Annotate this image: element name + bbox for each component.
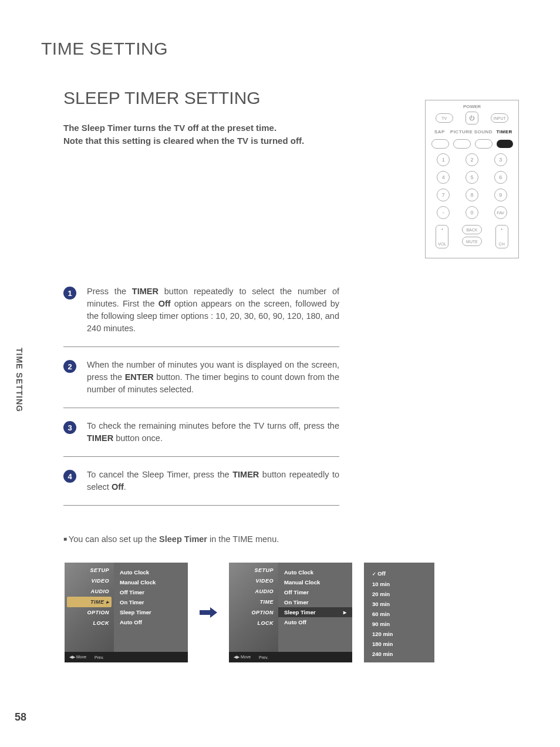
option-item: 120 min	[372, 629, 426, 639]
osd-side-item: LOCK	[67, 618, 112, 628]
osd-main-item: Manual Clock	[284, 577, 346, 587]
digit-9: 9	[494, 189, 507, 201]
bullet-icon: ■	[63, 536, 69, 542]
sap-button	[431, 139, 449, 149]
osd-main-item: Auto Off	[120, 617, 182, 627]
digit-dash: -	[437, 206, 450, 219]
osd-side-item: OPTION	[67, 607, 112, 618]
page-title: TIME SETTING	[41, 39, 168, 59]
osd-menu-2: SETUP VIDEO AUDIO TIME OPTION LOCK Auto …	[229, 563, 352, 662]
back-button: BACK	[462, 225, 482, 234]
step-text: Press the TIMER button repeatedly to sel…	[87, 285, 339, 335]
option-off: Off	[372, 568, 426, 579]
osd-side-item: TIME	[231, 597, 276, 607]
input-button: INPUT	[491, 113, 508, 123]
picture-label: PICTURE	[450, 129, 473, 134]
osd-footer: ◀▶ Move Prev.	[65, 652, 188, 662]
option-item: 60 min	[372, 609, 426, 619]
sound-label: SOUND	[473, 129, 494, 134]
sap-label: SAP	[429, 129, 450, 134]
vol-label: VOL	[438, 242, 446, 246]
osd-main-panel: Auto Clock Manual Clock Off Timer On Tim…	[278, 563, 352, 652]
remote-illustration: POWER TV ⏻ INPUT SAP PICTURE SOUND TIMER…	[425, 100, 519, 258]
svg-marker-0	[200, 607, 217, 618]
option-item: 30 min	[372, 599, 426, 609]
osd-side-item: AUDIO	[67, 586, 112, 597]
option-item: 10 min	[372, 579, 426, 589]
option-item: 240 min	[372, 649, 426, 659]
timer-label: TIMER	[494, 129, 515, 134]
digit-7: 7	[437, 189, 450, 201]
osd-main-item: Auto Clock	[120, 567, 182, 577]
plus-icon: +	[441, 227, 443, 231]
osd-main-item: Manual Clock	[120, 577, 182, 587]
tv-button: TV	[436, 113, 453, 123]
steps-list: 1 Press the TIMER button repeatedly to s…	[63, 277, 339, 509]
step-4: 4 To cancel the Sleep Timer, press the T…	[63, 460, 339, 502]
divider	[63, 456, 339, 457]
arrow-right-icon	[200, 607, 217, 618]
intro-line-2: Note that this setting is cleared when t…	[63, 134, 304, 147]
osd-menu-1: SETUP VIDEO AUDIO TIME ▸ OPTION LOCK Aut…	[65, 563, 188, 662]
intro-text: The Sleep Timer turns the TV off at the …	[63, 122, 304, 147]
osd-main-item: Off Timer	[284, 587, 346, 597]
fav-button: FAV	[494, 206, 507, 219]
osd-main-item: Auto Off	[284, 617, 346, 627]
digit-1: 1	[437, 153, 450, 166]
step-badge: 4	[63, 470, 76, 483]
osd-sidebar: SETUP VIDEO AUDIO TIME OPTION LOCK	[229, 563, 278, 652]
digit-8: 8	[465, 189, 478, 201]
osd-main-item-selected: Sleep Timer▸	[278, 607, 352, 617]
osd-main-item: Auto Clock	[284, 567, 346, 577]
page-number: 58	[15, 711, 26, 724]
digit-5: 5	[465, 171, 478, 184]
osd-sidebar: SETUP VIDEO AUDIO TIME ▸ OPTION LOCK	[65, 563, 114, 652]
digit-6: 6	[494, 171, 507, 184]
osd-side-item: LOCK	[231, 618, 276, 628]
osd-side-item: SETUP	[67, 565, 112, 576]
note-text: ■ You can also set up the Sleep Timer in…	[63, 534, 279, 544]
side-tab-label: TIME SETTING	[15, 348, 24, 412]
step-2: 2 When the number of minutes you want is…	[63, 351, 339, 404]
option-item: 180 min	[372, 639, 426, 649]
plus-icon: +	[501, 227, 503, 231]
picture-button	[453, 139, 471, 149]
osd-footer: ◀▶ Move Prev.	[229, 652, 352, 662]
osd-main-panel: Auto Clock Manual Clock Off Timer On Tim…	[114, 563, 188, 652]
digit-0: 0	[465, 206, 478, 219]
osd-main-item: Off Timer	[120, 587, 182, 597]
osd-main-item: On Timer	[120, 597, 182, 607]
osd-side-item: VIDEO	[67, 576, 112, 586]
digit-2: 2	[465, 153, 478, 166]
step-text: To check the remaining minutes before th…	[87, 420, 339, 445]
step-1: 1 Press the TIMER button repeatedly to s…	[63, 277, 339, 343]
osd-main-item: Sleep Timer	[120, 607, 182, 617]
option-item: 90 min	[372, 619, 426, 629]
step-badge: 1	[63, 287, 76, 300]
osd-side-item: VIDEO	[231, 576, 276, 586]
sound-button	[475, 139, 492, 149]
power-label: POWER	[426, 100, 518, 109]
divider	[63, 346, 339, 347]
osd-side-item-selected: TIME ▸	[67, 597, 112, 607]
menu-screenshots: SETUP VIDEO AUDIO TIME ▸ OPTION LOCK Aut…	[65, 563, 434, 662]
osd-side-item: AUDIO	[231, 586, 276, 597]
step-badge: 3	[63, 421, 76, 434]
step-3: 3 To check the remaining minutes before …	[63, 412, 339, 453]
osd-side-item: SETUP	[231, 565, 276, 576]
timer-button	[497, 140, 513, 148]
option-item: 20 min	[372, 589, 426, 599]
step-text: To cancel the Sleep Timer, press the TIM…	[87, 469, 339, 493]
ch-label: CH	[499, 242, 505, 246]
step-text: When the number of minutes you want is d…	[87, 359, 339, 396]
divider	[63, 408, 339, 408]
step-badge: 2	[63, 360, 76, 373]
osd-main-item: On Timer	[284, 597, 346, 607]
digit-4: 4	[437, 171, 450, 184]
osd-options-panel: Off 10 min 20 min 30 min 60 min 90 min 1…	[364, 563, 434, 662]
divider	[63, 505, 339, 506]
intro-line-1: The Sleep Timer turns the TV off at the …	[63, 122, 304, 134]
vol-button: + VOL	[436, 225, 448, 248]
osd-side-item: OPTION	[231, 607, 276, 618]
mute-button: MUTE	[462, 237, 482, 246]
